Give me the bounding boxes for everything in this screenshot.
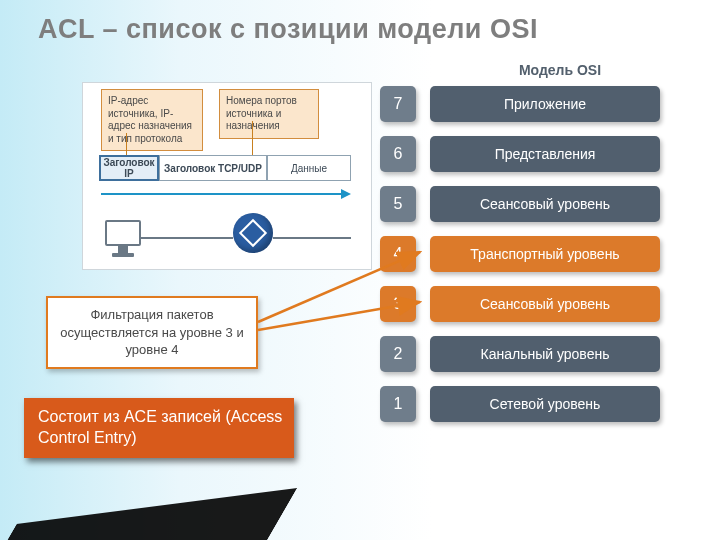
wire-icon	[273, 237, 351, 239]
osi-number: 4	[380, 236, 416, 272]
osi-row: 6 Представления	[380, 136, 660, 172]
packet-header-row: Заголовок IP Заголовок TCP/UDP Данные	[99, 155, 351, 181]
osi-row: 2 Канальный уровень	[380, 336, 660, 372]
callout-ip: IP-адрес источника, IP-адрес назначения …	[101, 89, 203, 151]
router-icon	[233, 213, 273, 253]
osi-heading: Модель OSI	[460, 62, 660, 78]
osi-number: 2	[380, 336, 416, 372]
osi-label: Сеансовый уровень	[430, 286, 660, 322]
pc-icon	[105, 220, 141, 257]
osi-number: 3	[380, 286, 416, 322]
osi-row: 1 Сетевой уровень	[380, 386, 660, 422]
osi-row: 5 Сеансовый уровень	[380, 186, 660, 222]
osi-label: Канальный уровень	[430, 336, 660, 372]
osi-row: 4 Транспортный уровень	[380, 236, 660, 272]
osi-label: Приложение	[430, 86, 660, 122]
filter-note: Фильтрация пакетов осуществляется на уро…	[46, 296, 258, 369]
osi-label: Сеансовый уровень	[430, 186, 660, 222]
decorative-shadow	[3, 488, 298, 540]
osi-label: Сетевой уровень	[430, 386, 660, 422]
wire-icon	[141, 237, 233, 239]
osi-row: 3 Сеансовый уровень	[380, 286, 660, 322]
ace-note-text: Состоит из ACE записей (Access Control E…	[38, 407, 294, 449]
hdr-ip: Заголовок IP	[99, 155, 159, 181]
packet-diagram: IP-адрес источника, IP-адрес назначения …	[82, 82, 372, 270]
hdr-data: Данные	[267, 155, 351, 181]
callout-stem	[252, 121, 253, 155]
ace-note-box: Состоит из ACE записей (Access Control E…	[24, 398, 294, 458]
osi-number: 6	[380, 136, 416, 172]
osi-number: 5	[380, 186, 416, 222]
callout-ports: Номера портов источника и назначения	[219, 89, 319, 139]
page-title: ACL – список с позиции модели OSI	[38, 14, 538, 45]
osi-number: 1	[380, 386, 416, 422]
osi-column: 7 Приложение 6 Представления 5 Сеансовый…	[380, 86, 660, 436]
flow-arrow-icon	[101, 189, 351, 199]
osi-label: Представления	[430, 136, 660, 172]
osi-label: Транспортный уровень	[430, 236, 660, 272]
osi-row: 7 Приложение	[380, 86, 660, 122]
hdr-tcp: Заголовок TCP/UDP	[159, 155, 267, 181]
callout-stem	[126, 133, 127, 155]
osi-number: 7	[380, 86, 416, 122]
